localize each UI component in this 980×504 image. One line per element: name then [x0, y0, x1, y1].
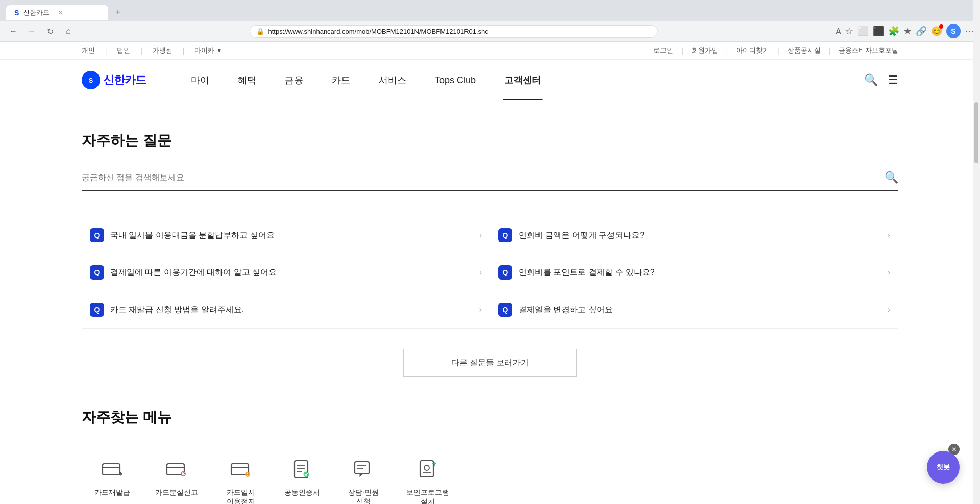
browser-tab-bar: S 신한카드 ✕ +: [0, 0, 980, 21]
share-icon[interactable]: 🔗: [916, 26, 927, 37]
faq-search-button[interactable]: 🔍: [885, 171, 898, 184]
faq-q-icon-1: Q: [90, 228, 104, 242]
tab-title: 신한카드: [23, 8, 50, 17]
notifications-icon[interactable]: 😊: [931, 26, 942, 37]
collections-icon[interactable]: ⬜: [857, 26, 869, 37]
quick-menu-cert[interactable]: 공동인증서: [272, 445, 333, 504]
scrollbar-thumb[interactable]: [974, 102, 978, 163]
quick-menu-consult[interactable]: 상담·민원 신청: [333, 445, 394, 504]
nav-item-finance[interactable]: 금융: [271, 60, 317, 100]
utility-personal[interactable]: 개인: [82, 46, 95, 55]
quick-menu-label-5: 보안프로그램 설치: [406, 488, 449, 504]
browser-chrome: S 신한카드 ✕ + ← → ↻ ⌂ 🔒 https://www.shinhan…: [0, 0, 980, 42]
favorites-bar-icon[interactable]: ★: [903, 26, 912, 37]
page-wrapper: 개인 | 법인 | 가맹점 | 마이카 ▼ 로그인 | 회원가입 | 아이디찾기…: [0, 42, 980, 504]
faq-q-icon-6: Q: [498, 303, 512, 317]
nav-item-customer[interactable]: 고객센터: [490, 60, 555, 100]
faq-q-icon-2: Q: [90, 265, 104, 280]
reader-icon[interactable]: A̲: [836, 27, 841, 36]
favorites-icon[interactable]: ☆: [845, 26, 853, 37]
nav-item-my[interactable]: 마이: [177, 60, 224, 100]
utility-products[interactable]: 상품공시실: [788, 46, 821, 55]
address-bar[interactable]: 🔒 https://www.shinhancard.com/mob/MOBFM1…: [250, 25, 658, 38]
faq-q-icon-3: Q: [90, 303, 104, 317]
utility-bar: 개인 | 법인 | 가맹점 | 마이카 ▼ 로그인 | 회원가입 | 아이디찾기…: [0, 42, 980, 60]
home-button[interactable]: ⌂: [61, 24, 76, 38]
chatbot-button[interactable]: 챗봇: [927, 451, 960, 484]
faq-item-text-6: 결제일을 변경하고 싶어요: [519, 305, 881, 315]
faq-item-6[interactable]: Q 결제일을 변경하고 싶어요 ›: [490, 291, 898, 329]
mycar-chevron-icon: ▼: [216, 47, 222, 54]
nav-item-benefits[interactable]: 혜택: [224, 60, 271, 100]
utility-bar-left: 개인 | 법인 | 가맹점 | 마이카 ▼: [82, 46, 222, 55]
quick-menu-label-2: 카드일시 이용정지: [227, 488, 255, 504]
forward-button[interactable]: →: [24, 24, 39, 38]
utility-signup[interactable]: 회원가입: [692, 46, 718, 55]
nav-item-card[interactable]: 카드: [317, 60, 364, 100]
search-button[interactable]: 🔍: [864, 73, 878, 87]
browser-toolbar-icons: A̲ ☆ ⬜ ⬛ 🧩 ★ 🔗 😊 S ⋯: [836, 24, 974, 38]
browser-controls: ← → ↻ ⌂ 🔒 https://www.shinhancard.com/mo…: [0, 21, 980, 41]
card-reissue-icon: [99, 456, 126, 483]
split-view-icon[interactable]: ⬛: [873, 26, 884, 37]
svg-rect-19: [355, 462, 369, 474]
header-right: 🔍 ☰: [864, 73, 898, 87]
faq-item-text-3: 카드 재발급 신청 방법을 알려주세요.: [110, 305, 473, 315]
more-btn-wrapper: 다른 질문들 보러가기: [82, 349, 898, 377]
cert-icon: [288, 456, 316, 483]
svg-rect-22: [420, 461, 433, 477]
page-content: 자주하는 질문 🔍 Q 국내 일시불 이용대금을 분할납부하고 싶어요 › Q: [0, 100, 980, 504]
nav-item-service[interactable]: 서비스: [364, 60, 421, 100]
faq-title: 자주하는 질문: [82, 131, 898, 150]
faq-item-2[interactable]: Q 결제일에 따른 이용기간에 대하여 알고 싶어요 ›: [82, 254, 490, 291]
svg-text:S: S: [89, 77, 93, 84]
faq-section: 자주하는 질문 🔍 Q 국내 일시불 이용대금을 분할납부하고 싶어요 › Q: [82, 131, 898, 377]
faq-q-icon-5: Q: [498, 265, 512, 280]
card-suspend-icon: [227, 456, 255, 483]
logo[interactable]: S 신한카드: [82, 71, 146, 89]
logo-icon: S: [85, 74, 96, 86]
profile-avatar[interactable]: S: [946, 24, 961, 38]
url-text: https://www.shinhancard.com/mob/MOBFM121…: [268, 28, 488, 35]
logo-text: 신한카드: [103, 72, 146, 88]
utility-login[interactable]: 로그인: [653, 46, 673, 55]
quick-menu-card-lost[interactable]: 카드분실신고: [143, 445, 210, 504]
faq-arrow-icon-2: ›: [479, 268, 482, 277]
svg-point-23: [424, 465, 429, 470]
quick-menu-label-1: 카드분실신고: [155, 488, 198, 497]
security-icon: [414, 456, 442, 483]
back-button[interactable]: ←: [6, 24, 20, 38]
svg-rect-2: [103, 464, 120, 475]
faq-item-5[interactable]: Q 연회비를 포인트로 결제할 수 있나요? ›: [490, 254, 898, 291]
faq-right-col: Q 연회비 금액은 어떻게 구성되나요? › Q 연회비를 포인트로 결제할 수…: [490, 217, 898, 329]
faq-item-4[interactable]: Q 연회비 금액은 어떻게 구성되나요? ›: [490, 217, 898, 254]
utility-consumer-protection[interactable]: 금융소비자보호포털: [839, 46, 898, 55]
consult-icon: [350, 456, 377, 483]
extensions-icon[interactable]: 🧩: [888, 26, 899, 37]
hamburger-menu-button[interactable]: ☰: [888, 73, 898, 87]
faq-left-col: Q 국내 일시불 이용대금을 분할납부하고 싶어요 › Q 결제일에 따른 이용…: [82, 217, 490, 329]
utility-find-id[interactable]: 아이디찾기: [736, 46, 769, 55]
quick-menu-card-reissue[interactable]: 카드재발급: [82, 445, 143, 504]
utility-mycar[interactable]: 마이카 ▼: [194, 46, 222, 55]
faq-arrow-icon-4: ›: [888, 231, 890, 240]
card-lost-icon: [163, 456, 190, 483]
utility-corporate[interactable]: 법인: [117, 46, 130, 55]
scrollbar[interactable]: [973, 0, 980, 504]
quick-menu-card-suspend[interactable]: 카드일시 이용정지: [210, 445, 272, 504]
faq-search-input[interactable]: [82, 169, 885, 186]
more-questions-button[interactable]: 다른 질문들 보러가기: [403, 349, 577, 377]
utility-merchant[interactable]: 가맹점: [153, 46, 173, 55]
faq-arrow-icon-1: ›: [479, 231, 482, 240]
tab-close[interactable]: ✕: [58, 9, 63, 16]
quick-menu-section: 자주찾는 메뉴 카드재발급: [82, 408, 898, 504]
quick-menu-security[interactable]: 보안프로그램 설치: [394, 445, 461, 504]
nav-item-tops-club[interactable]: Tops Club: [421, 60, 490, 100]
faq-item-3[interactable]: Q 카드 재발급 신청 방법을 알려주세요. ›: [82, 291, 490, 329]
new-tab-btn[interactable]: +: [110, 4, 126, 21]
faq-item-text-4: 연회비 금액은 어떻게 구성되나요?: [519, 230, 881, 241]
reload-button[interactable]: ↻: [43, 24, 57, 38]
main-header: S 신한카드 마이 혜택 금융 카드 서비스 Tops Club 고객센터 🔍 …: [0, 60, 980, 100]
faq-item-text-2: 결제일에 따른 이용기간에 대하여 알고 싶어요: [110, 267, 473, 278]
faq-item-1[interactable]: Q 국내 일시불 이용대금을 분할납부하고 싶어요 ›: [82, 217, 490, 254]
